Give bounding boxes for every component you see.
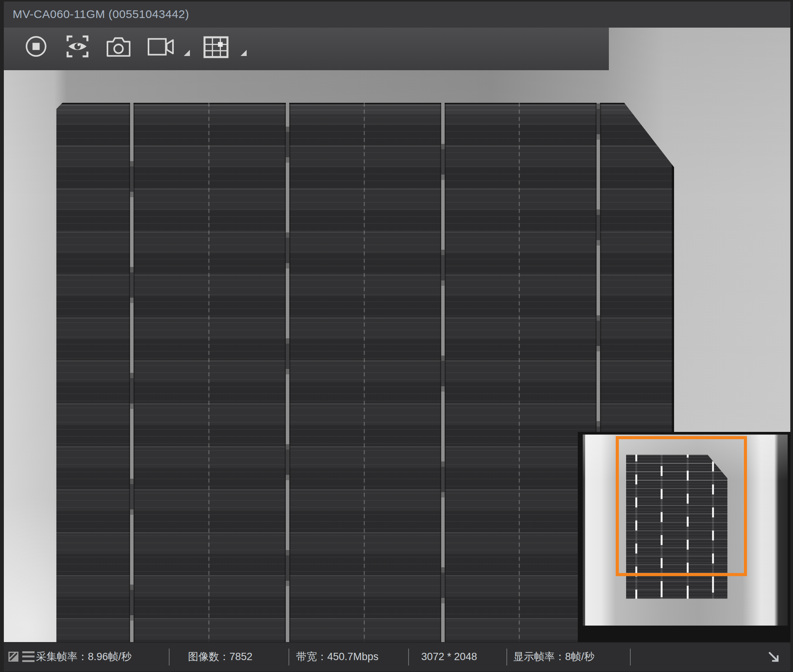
- capture-framerate-text: 采集帧率：8.96帧/秒: [36, 643, 132, 670]
- menu-lines-icon[interactable]: [22, 651, 35, 662]
- bandwidth-text: 带宽：450.7Mbps: [296, 643, 379, 670]
- window-title: MV-CA060-11GM (00551043442): [13, 2, 189, 27]
- cell-segment-line: [208, 103, 209, 642]
- snapshot-button[interactable]: [106, 28, 132, 70]
- statusbar-divider: [169, 649, 170, 665]
- dropdown-triangle-icon: [183, 49, 191, 57]
- grid-layout-button[interactable]: [203, 28, 249, 70]
- record-video-button[interactable]: [148, 28, 192, 70]
- camera-viewer-window: MV-CA060-11GM (00551043442): [0, 0, 793, 672]
- toolbar: [4, 28, 609, 70]
- window-titlebar: MV-CA060-11GM (00551043442): [4, 2, 790, 28]
- busbar-line: [286, 103, 289, 642]
- record-video-icon: [148, 37, 175, 56]
- fit-view-eye-icon: [65, 35, 90, 58]
- statusbar-divider: [630, 649, 631, 665]
- statusbar: 采集帧率：8.96帧/秒 图像数：7852 带宽：450.7Mbps 3072 …: [4, 642, 790, 671]
- statusbar-divider: [506, 649, 507, 665]
- dropdown-triangle-icon: [240, 49, 247, 57]
- busbar-line: [441, 103, 445, 642]
- stop-acquisition-icon: [25, 35, 47, 58]
- stop-acquisition-button[interactable]: [25, 28, 50, 70]
- display-framerate-text: 显示帧率：8帧/秒: [513, 643, 595, 670]
- cell-segment-line: [364, 103, 365, 642]
- navigator-overview: [578, 432, 790, 642]
- busbar-line: [130, 103, 134, 642]
- statusbar-divider: [289, 649, 289, 665]
- image-count-text: 图像数：7852: [188, 643, 252, 670]
- navigator-thumbnail: [583, 435, 788, 626]
- contrast-square-icon[interactable]: [8, 652, 18, 662]
- cell-segment-line: [519, 103, 520, 642]
- statusbar-divider: [408, 649, 409, 665]
- camera-image-view[interactable]: [4, 28, 790, 642]
- fit-view-button[interactable]: [65, 28, 91, 70]
- resize-arrow-icon[interactable]: [767, 650, 781, 664]
- grid-layout-icon: [203, 36, 229, 58]
- navigator-viewbox[interactable]: [616, 436, 747, 576]
- resolution-text: 3072 * 2048: [421, 643, 477, 670]
- snapshot-camera-icon: [106, 36, 131, 57]
